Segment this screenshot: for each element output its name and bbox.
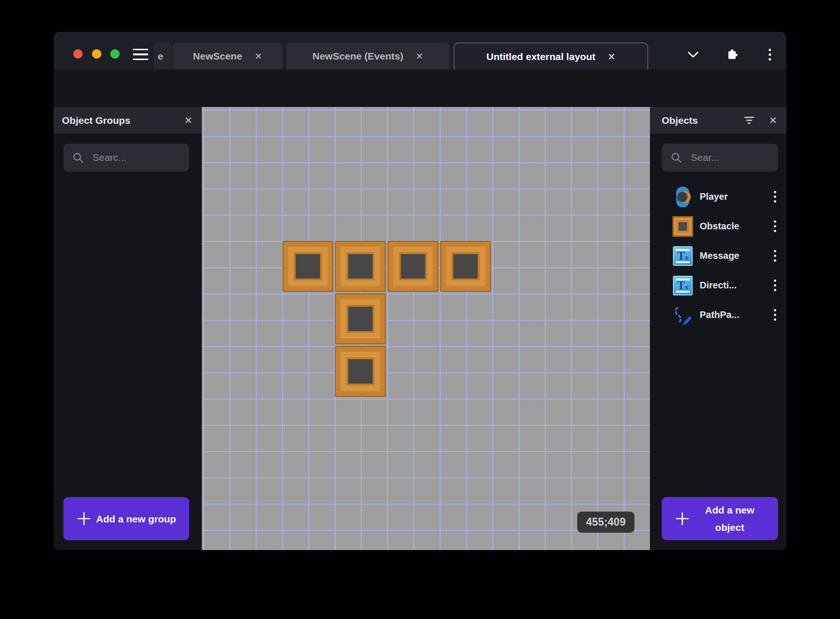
- obstacle-instance[interactable]: [335, 346, 386, 397]
- tab-label: NewScene (Events): [313, 51, 404, 62]
- panel-title: Objects: [662, 115, 698, 126]
- object-row-direction[interactable]: Tx Directi...: [650, 271, 787, 300]
- obstacle-instance[interactable]: [388, 241, 438, 292]
- plus-icon: [76, 510, 92, 527]
- object-name: Message: [700, 250, 740, 261]
- panel-title: Object Groups: [62, 115, 130, 126]
- object-groups-panel: Object Groups ✕ Add a new group: [53, 107, 202, 550]
- object-menu-kebab-icon[interactable]: [774, 279, 776, 291]
- tab-close-icon[interactable]: ✕: [608, 51, 616, 62]
- add-group-label: Add a new group: [92, 510, 189, 528]
- object-row-obstacle[interactable]: Obstacle: [650, 211, 787, 241]
- object-row-player[interactable]: Player: [650, 182, 787, 211]
- tab-newscene[interactable]: NewScene ✕: [173, 43, 283, 69]
- close-icon[interactable]: ✕: [769, 115, 777, 126]
- object-name: Directi...: [700, 280, 737, 291]
- search-input[interactable]: [690, 151, 770, 164]
- window-zoom-button[interactable]: [110, 49, 120, 59]
- scene-canvas[interactable]: 455;409: [202, 107, 650, 550]
- window-minimize-button[interactable]: [92, 49, 101, 59]
- text-object-icon: Tx: [672, 245, 693, 267]
- search-input[interactable]: [92, 151, 181, 164]
- object-row-message[interactable]: Tx Message: [650, 241, 787, 271]
- extensions-puzzle-icon[interactable]: [724, 46, 740, 62]
- search-icon: [72, 151, 84, 164]
- add-object-button[interactable]: Add a new object: [662, 497, 778, 540]
- objects-list: Player Obstacle Tx Message: [650, 182, 787, 330]
- desktop-background: e NewScene ✕ NewScene (Events) ✕ Untitle…: [0, 0, 840, 619]
- tab-close-icon[interactable]: ✕: [415, 51, 423, 62]
- obstacle-instance[interactable]: [283, 241, 333, 292]
- cursor-coordinates-badge: 455;409: [577, 512, 634, 533]
- close-icon[interactable]: ✕: [184, 115, 192, 126]
- tab-untitled-external-layout[interactable]: Untitled external layout ✕: [454, 43, 648, 70]
- add-object-label: Add a new object: [691, 501, 778, 536]
- path-paint-icon: [672, 304, 693, 326]
- tab-label: e: [158, 51, 163, 62]
- toolbar: Preview Publish: [53, 69, 787, 107]
- player-sprite-icon: [672, 186, 693, 208]
- text-object-icon: Tx: [672, 275, 693, 296]
- object-menu-kebab-icon[interactable]: [774, 191, 776, 203]
- search-icon: [670, 151, 682, 164]
- object-groups-search[interactable]: [63, 143, 189, 172]
- tab-bar: e NewScene ✕ NewScene (Events) ✕ Untitle…: [53, 32, 787, 69]
- chevron-down-icon[interactable]: [685, 46, 701, 62]
- obstacle-tile-icon: [672, 216, 693, 237]
- object-menu-kebab-icon[interactable]: [774, 309, 776, 321]
- objects-header: Objects ✕: [650, 107, 787, 134]
- tab-newscene-events[interactable]: NewScene (Events) ✕: [286, 43, 450, 69]
- object-row-pathpaint[interactable]: PathPa...: [650, 300, 787, 330]
- object-menu-kebab-icon[interactable]: [774, 250, 776, 262]
- main-menu-icon[interactable]: [133, 49, 148, 60]
- tab-label: Untitled external layout: [487, 51, 596, 62]
- app-window: e NewScene ✕ NewScene (Events) ✕ Untitle…: [53, 32, 787, 550]
- tab-close-icon[interactable]: ✕: [254, 51, 262, 62]
- plus-icon: [674, 510, 691, 527]
- object-name: PathPa...: [700, 310, 739, 320]
- add-group-button[interactable]: Add a new group: [63, 497, 189, 540]
- obstacle-instance[interactable]: [440, 241, 491, 292]
- object-name: Player: [700, 191, 728, 202]
- filter-icon[interactable]: [743, 114, 756, 127]
- objects-panel: Objects ✕ Player: [650, 107, 787, 550]
- obstacle-instance[interactable]: [335, 241, 386, 292]
- object-name: Obstacle: [700, 221, 739, 232]
- object-groups-header: Object Groups ✕: [53, 107, 202, 134]
- obstacle-instance[interactable]: [335, 294, 386, 344]
- tab-partial[interactable]: e: [154, 43, 171, 69]
- more-options-kebab-icon[interactable]: [762, 46, 778, 62]
- window-close-button[interactable]: [73, 49, 83, 59]
- objects-search[interactable]: [662, 143, 778, 172]
- object-menu-kebab-icon[interactable]: [774, 220, 776, 232]
- tab-label: NewScene: [193, 51, 242, 62]
